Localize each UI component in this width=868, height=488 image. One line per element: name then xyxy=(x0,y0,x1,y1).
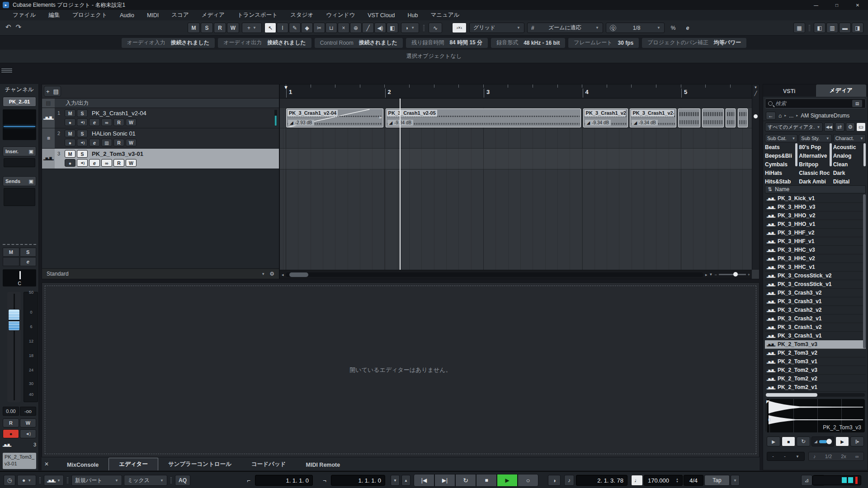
loop-icon[interactable]: ∞ xyxy=(855,454,859,459)
media-file-row[interactable]: ▂▆▃▇▂ PK_2_Tom2_v1 xyxy=(765,383,866,392)
event-gain-badge[interactable]: ◢-9.34 dB xyxy=(632,120,658,126)
media-file-row[interactable]: ▂▆▃▇▂ PK_3_HHF_v2 xyxy=(765,229,866,237)
filter-item[interactable]: Analog xyxy=(833,152,866,160)
track-solo-button[interactable]: S xyxy=(77,130,88,137)
track-monitor-button[interactable]: ◄) xyxy=(77,139,88,146)
record-mode-dropdown[interactable]: ●▼ xyxy=(17,475,36,486)
tool-button[interactable]: × xyxy=(338,23,349,33)
gear-icon[interactable]: ⚙ xyxy=(846,122,855,131)
filter-item[interactable]: 80's Pop xyxy=(799,143,831,152)
pan-handle[interactable] xyxy=(19,271,21,279)
redo-icon[interactable]: ↷ xyxy=(16,23,22,31)
sends-section-button[interactable]: Sends▣ xyxy=(3,176,36,186)
event-gain-badge[interactable]: ◢-2.93 dB xyxy=(288,120,314,126)
track-read-button[interactable]: R xyxy=(113,118,124,126)
channel-track-tag[interactable]: PK_2_Tom3_ v3-01 xyxy=(3,453,36,469)
track-record-button[interactable]: ● xyxy=(65,159,75,167)
global-state-button[interactable]: S xyxy=(201,23,213,33)
chevron-down-icon[interactable]: ▼ xyxy=(731,475,740,486)
filter-item[interactable]: Digital xyxy=(833,178,866,184)
timeline-ruler[interactable]: 12345 xyxy=(280,84,752,99)
media-file-row[interactable]: ▂▆▃▇▂ PK_3_HHF_v1 xyxy=(765,237,866,246)
filter-item[interactable]: Dark Ambi xyxy=(799,178,831,184)
clip-indicator[interactable] xyxy=(855,477,858,484)
inserts-section-button[interactable]: Inser.▣ xyxy=(3,146,36,156)
audio-event[interactable]: ◢ » xyxy=(726,108,736,127)
insert-slot[interactable] xyxy=(4,158,35,167)
channel-edit-button[interactable]: e xyxy=(20,257,37,266)
media-file-row[interactable]: ▂▆▃▇▂ PK_3_CrossStick_v2 xyxy=(765,272,866,280)
agent-preset-label[interactable]: Standard xyxy=(47,271,69,277)
status-pill[interactable]: 録音形式 48 kHz - 16 bit xyxy=(491,38,565,48)
menu-item[interactable]: ウィンドウ xyxy=(320,11,361,19)
minimize-button[interactable]: — xyxy=(806,0,826,10)
time-display-mode-button[interactable]: ◷ xyxy=(4,475,15,486)
media-file-row[interactable]: ▂▆▃▇▂ PK_3_Crash2_v2 xyxy=(765,306,866,314)
zoom-tool-icon[interactable]: ╱ xyxy=(754,91,757,96)
track-extra-button[interactable]: ∞ xyxy=(101,159,112,167)
file-list-name-header[interactable]: ⇅ Name xyxy=(765,185,866,193)
media-file-row[interactable]: ▂▆▃▇▂ PK_2_Tom3_v2 xyxy=(765,349,866,357)
media-type-dropdown[interactable]: すべてのメディアタ.▼ xyxy=(765,122,823,131)
quantize-dropdown[interactable]: Q 1/8▼ xyxy=(606,23,665,33)
go-to-end-button[interactable]: ▶| xyxy=(434,474,455,487)
right-locator-display[interactable]: 1. 1. 1. 0 xyxy=(331,475,385,486)
position-note-icon[interactable]: ♪ xyxy=(564,475,574,486)
channel-eq-display[interactable] xyxy=(3,109,36,140)
filter-item[interactable]: Hits&Stab xyxy=(765,178,797,184)
preview-align-beats-button[interactable]: ∥▸ xyxy=(850,436,864,446)
metronome-button[interactable]: ⊿ xyxy=(801,475,812,486)
scroll-left-icon[interactable]: ◂ xyxy=(282,272,284,277)
menu-item[interactable]: スコア xyxy=(165,11,195,19)
tool-button[interactable]: ╱ xyxy=(362,23,374,33)
channel-name-button[interactable]: PK_2.-01 xyxy=(3,97,36,107)
swing-icon[interactable]: % xyxy=(667,23,679,33)
media-file-row[interactable]: ▂▆▃▇▂ PK_3_Crash1_v1 xyxy=(765,332,866,340)
volume-value[interactable]: 0.00 xyxy=(3,407,19,416)
track-solo-button[interactable]: S xyxy=(77,150,88,158)
track-row[interactable]: ▂▆▃▇▂ 3 M S PK_2_Tom3_v3-01 ● ◄) e ∞ xyxy=(42,149,279,169)
snap-button[interactable]: ›×‹ xyxy=(452,23,467,33)
filter-item[interactable]: Dark xyxy=(833,169,866,178)
media-file-row[interactable]: ▂▆▃▇▂ PK_3_Crash3_v2 xyxy=(765,289,866,297)
vertical-scrollbar[interactable]: ▼ ╱ xyxy=(752,84,759,270)
sort-icon[interactable]: ⇅ xyxy=(768,186,772,192)
media-file-row[interactable]: ▂▆▃▇▂ PK_2_Tom3_v3 xyxy=(765,340,866,349)
channel-mute-button[interactable]: M xyxy=(3,248,19,257)
fader-handle[interactable] xyxy=(8,309,20,331)
tool-button[interactable]: ⊔ xyxy=(326,23,337,33)
preview-play-button[interactable]: ▶ xyxy=(767,436,780,446)
global-state-button[interactable]: W xyxy=(227,23,239,33)
preview-tempo-dropdown[interactable]: --▼ xyxy=(767,452,805,461)
menu-item[interactable]: VST Cloud xyxy=(361,12,401,19)
zoom-slider[interactable] xyxy=(719,274,746,275)
grid-type-dropdown[interactable]: グリッド▼ xyxy=(469,23,524,33)
close-lower-zone-icon[interactable]: ✕ xyxy=(44,461,49,467)
right-zone-tab[interactable]: メディア xyxy=(816,84,867,97)
tool-button[interactable]: ⊕ xyxy=(350,23,362,33)
menu-item[interactable]: プロジェクト xyxy=(66,11,113,19)
note-icon[interactable]: ♪ xyxy=(813,454,816,459)
zone-toggle-button[interactable]: ▥ xyxy=(826,23,838,33)
track-edit-button[interactable]: e xyxy=(89,159,100,167)
time-signature-display[interactable]: 4/4 xyxy=(684,475,703,486)
tool-button[interactable]: ◧ xyxy=(387,23,398,33)
track-name[interactable]: HALion Sonic 01 xyxy=(92,130,136,137)
media-file-row[interactable]: ▂▆▃▇▂ PK_2_Tom2_v3 xyxy=(765,366,866,375)
record-button[interactable]: ○ xyxy=(518,474,538,487)
filter-item[interactable]: Acoustic xyxy=(833,143,866,152)
global-state-button[interactable]: M xyxy=(188,23,200,33)
reset-filter-icon[interactable]: ◀◀ xyxy=(824,122,834,131)
zoom-out-icon[interactable]: − xyxy=(714,272,717,277)
tempo-spinner[interactable]: ▲▼ xyxy=(676,478,679,483)
filter-item[interactable]: Alternative xyxy=(799,152,831,160)
audio-insert-mode-dropdown[interactable]: ミックス▼ xyxy=(124,475,167,486)
scrollbar-thumb[interactable] xyxy=(766,393,817,397)
media-file-row[interactable]: ▂▆▃▇▂ PK_3_Crash2_v1 xyxy=(765,314,866,323)
track-row[interactable]: ▂▆▃▇▂ 1 M S PK_3_Crash1_v2-04 ● ◄) e ∞ xyxy=(42,108,279,128)
media-file-row[interactable]: ▂▆▃▇▂ PK_3_HHC_v1 xyxy=(765,263,866,272)
half-tempo-button[interactable]: 1/2 xyxy=(825,454,832,459)
audio-event[interactable]: PK_3_Crash1_v2-04 ◢-2.93 dB » xyxy=(286,108,383,127)
audio-event[interactable]: PK_3_Crash1_v2-05 ◢-9.34 dB » xyxy=(583,108,628,127)
pan-control[interactable]: C xyxy=(3,269,36,286)
